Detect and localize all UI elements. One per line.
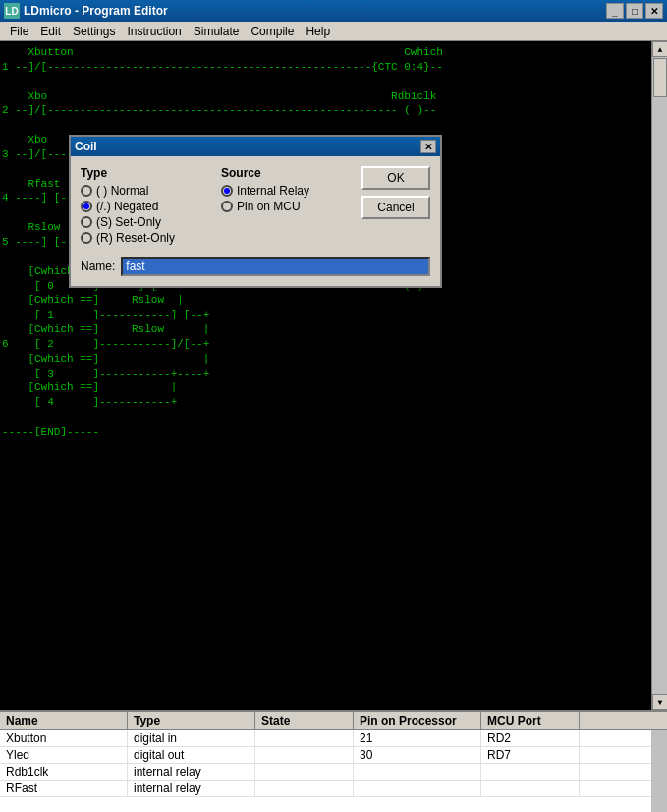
cell-name-0: Xbutton bbox=[0, 730, 128, 746]
menu-compile[interactable]: Compile bbox=[245, 23, 300, 40]
cell-pin-2 bbox=[354, 764, 481, 780]
type-label: Type bbox=[81, 166, 205, 180]
table-header: Name Type State Pin on Processor MCU Por… bbox=[0, 712, 667, 730]
table-row: Rdb1clk internal relay bbox=[0, 764, 667, 781]
cell-pin-3 bbox=[354, 781, 481, 796]
name-row: Name: bbox=[81, 257, 430, 276]
cell-type-1: digital out bbox=[128, 747, 255, 763]
ok-button[interactable]: OK bbox=[361, 166, 430, 190]
type-normal-option[interactable]: ( ) Normal bbox=[81, 184, 205, 198]
scroll-thumb[interactable] bbox=[653, 58, 667, 97]
source-internal-label: Internal Relay bbox=[237, 184, 309, 198]
table-row: Xbutton digital in 21 RD2 bbox=[0, 730, 667, 747]
type-reset-option[interactable]: (R) Reset-Only bbox=[81, 231, 205, 245]
cell-mcu-2 bbox=[481, 764, 580, 780]
maximize-button[interactable]: □ bbox=[626, 3, 643, 19]
cell-type-3: internal relay bbox=[128, 781, 255, 796]
dialog-body: Type ( ) Normal (/.) Negated bbox=[71, 156, 440, 286]
type-negated-label: (/.) Negated bbox=[96, 200, 158, 213]
dialog-close-button[interactable]: ✕ bbox=[420, 140, 436, 153]
type-negated-radio[interactable] bbox=[81, 201, 92, 212]
header-state: State bbox=[255, 712, 354, 729]
scroll-down-button[interactable]: ▼ bbox=[652, 694, 667, 710]
type-normal-radio[interactable] bbox=[81, 185, 92, 197]
window-title: LDmicro - Program Editor bbox=[24, 4, 168, 18]
close-button[interactable]: ✕ bbox=[645, 3, 663, 19]
menu-bar: File Edit Settings Instruction Simulate … bbox=[0, 22, 667, 41]
cell-type-0: digital in bbox=[128, 730, 255, 746]
source-pin-label: Pin on MCU bbox=[237, 200, 301, 213]
cell-state-2 bbox=[255, 764, 354, 780]
source-internal-option[interactable]: Internal Relay bbox=[221, 184, 346, 198]
header-name: Name bbox=[0, 712, 128, 729]
menu-simulate[interactable]: Simulate bbox=[188, 23, 246, 40]
table-row: Yled digital out 30 RD7 bbox=[0, 747, 667, 764]
header-mcu: MCU Port bbox=[481, 712, 580, 729]
type-normal-label: ( ) Normal bbox=[96, 184, 148, 198]
source-internal-radio[interactable] bbox=[221, 185, 233, 197]
coil-dialog: Coil ✕ Type ( ) Normal bbox=[69, 135, 442, 288]
cell-mcu-1: RD7 bbox=[481, 747, 580, 763]
type-radio-group: ( ) Normal (/.) Negated (S) Set-Only bbox=[81, 184, 205, 245]
table-scroll: Xbutton digital in 21 RD2 Yled digital o… bbox=[0, 730, 667, 812]
source-pin-radio[interactable] bbox=[221, 201, 233, 212]
source-radio-group: Internal Relay Pin on MCU bbox=[221, 184, 346, 213]
cell-mcu-0: RD2 bbox=[481, 730, 580, 746]
dialog-buttons: OK Cancel bbox=[361, 166, 430, 247]
cancel-button[interactable]: Cancel bbox=[361, 196, 430, 219]
source-label: Source bbox=[221, 166, 346, 180]
scroll-up-button[interactable]: ▲ bbox=[652, 41, 667, 57]
type-negated-option[interactable]: (/.) Negated bbox=[81, 200, 205, 213]
cell-type-2: internal relay bbox=[128, 764, 255, 780]
cell-state-1 bbox=[255, 747, 354, 763]
cell-state-3 bbox=[255, 781, 354, 796]
header-pin: Pin on Processor bbox=[354, 712, 481, 729]
name-input[interactable] bbox=[121, 257, 430, 276]
type-reset-label: (R) Reset-Only bbox=[96, 231, 175, 245]
header-type: Type bbox=[128, 712, 255, 729]
bottom-panel: Name Type State Pin on Processor MCU Por… bbox=[0, 710, 667, 812]
table-scrollbar[interactable] bbox=[651, 730, 667, 812]
menu-edit[interactable]: Edit bbox=[34, 23, 67, 40]
cell-name-3: RFast bbox=[0, 781, 128, 796]
name-label: Name: bbox=[81, 260, 115, 273]
type-set-radio[interactable] bbox=[81, 216, 92, 228]
editor-scrollbar[interactable]: ▲ ▼ bbox=[651, 41, 667, 710]
minimize-button[interactable]: _ bbox=[606, 3, 624, 19]
cell-name-2: Rdb1clk bbox=[0, 764, 128, 780]
cell-pin-0: 21 bbox=[354, 730, 481, 746]
menu-settings[interactable]: Settings bbox=[67, 23, 121, 40]
cell-name-1: Yled bbox=[0, 747, 128, 763]
menu-help[interactable]: Help bbox=[300, 23, 336, 40]
cell-mcu-3 bbox=[481, 781, 580, 796]
menu-file[interactable]: File bbox=[4, 23, 34, 40]
type-set-label: (S) Set-Only bbox=[96, 215, 161, 229]
source-column: Source Internal Relay Pin on MCU bbox=[221, 166, 346, 247]
cell-state-0 bbox=[255, 730, 354, 746]
source-pin-option[interactable]: Pin on MCU bbox=[221, 200, 346, 213]
window-controls: _ □ ✕ bbox=[606, 3, 663, 19]
cell-pin-1: 30 bbox=[354, 747, 481, 763]
type-set-option[interactable]: (S) Set-Only bbox=[81, 215, 205, 229]
table-row: RFast internal relay bbox=[0, 781, 667, 797]
title-bar: LD LDmicro - Program Editor _ □ ✕ bbox=[0, 0, 667, 22]
dialog-title-bar: Coil ✕ bbox=[71, 137, 440, 156]
app-icon: LD bbox=[4, 3, 20, 19]
type-reset-radio[interactable] bbox=[81, 232, 92, 244]
dialog-title-text: Coil bbox=[75, 140, 97, 153]
type-column: Type ( ) Normal (/.) Negated bbox=[81, 166, 205, 247]
editor-area: Xbutton Cwhich 1 --]/[------------------… bbox=[0, 41, 667, 710]
menu-instruction[interactable]: Instruction bbox=[121, 23, 187, 40]
